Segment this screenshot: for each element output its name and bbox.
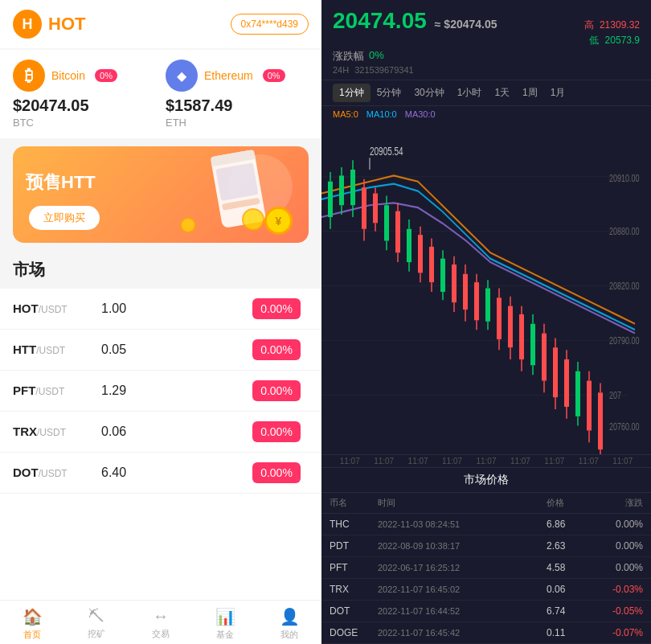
table-price: 6.74 [547,605,595,617]
table-row[interactable]: DOT 2022-11-07 16:44:52 6.74 -0.05% [321,601,651,622]
nav-item-交易[interactable]: ↔ 交易 [129,607,193,641]
eth-price: $1587.49 [166,96,309,115]
header-coin: 币名 [330,497,378,509]
change-val: 0% [369,49,384,64]
svg-text:207: 207 [609,389,621,400]
table-price: 2.63 [547,540,595,552]
btc-card-header: ₿ Bitcoin 0% [13,59,156,92]
svg-rect-64 [542,334,547,381]
svg-text:20790.00: 20790.00 [609,334,639,346]
time-tab-1周[interactable]: 1周 [516,84,544,102]
header-price: 价格 [547,497,595,509]
market-name-main: DOT [13,466,39,479]
market-name-main: HOT [13,301,39,315]
table-row[interactable]: DOGE 2022-11-07 16:45:42 0.11 -0.07% [321,622,651,644]
ma-row: MA5:0 MA10:0 MA30:0 [321,106,651,122]
market-title: 市场 [13,259,309,281]
low-label: 低 [589,35,599,46]
header-time: 时间 [378,497,547,509]
nav-label: 首页 [23,629,41,641]
change-badge: 0.00% [252,339,301,360]
svg-rect-46 [474,282,479,320]
svg-text:20880.00: 20880.00 [609,225,639,236]
nav-item-我的[interactable]: 👤 我的 [257,607,321,641]
svg-rect-70 [564,359,569,407]
market-name-sub: /USDT [39,304,68,315]
banner-title: 预售HTT [26,170,96,195]
svg-rect-5 [328,182,333,217]
market-item[interactable]: HTT/USDT 0.05 0.00% [0,330,321,371]
table-coin: DOGE [330,627,378,638]
logo-icon: H [13,10,42,39]
btc-symbol: BTC [13,117,156,129]
price-value: 20474.05 [333,8,427,34]
eth-name: Ethereum [204,69,253,82]
market-item[interactable]: DOT/USDT 6.40 0.00% [0,453,321,494]
time-axis-label: 11:07 [544,457,564,466]
market-name-sub: /USDT [36,345,65,356]
ma30-label: MA30:0 [405,109,436,119]
nav-icon: 🏠 [23,607,43,626]
table-time: 2022-11-03 08:24:51 [378,519,547,529]
nav-label: 我的 [280,629,298,641]
banner: 预售HTT 立即购买 ¥ [13,146,309,243]
time-tab-1分钟[interactable]: 1分钟 [333,84,371,102]
table-change: 0.00% [595,562,643,573]
market-price: 0.05 [101,343,244,357]
nav-icon: 📊 [215,607,235,626]
chart-svg: 20905.54 [321,122,651,454]
time-tab-30分钟[interactable]: 30分钟 [407,84,450,102]
time-tab-5分钟[interactable]: 5分钟 [371,84,408,102]
nav-item-挖矿[interactable]: ⛏ 挖矿 [64,607,129,641]
banner-decor-coin2 [242,208,264,231]
time-tab-1天[interactable]: 1天 [488,84,516,102]
market-table-section: 市场价格 币名 时间 价格 涨跌 THC 2022-11-03 08:24:51… [321,467,651,644]
table-coin: PDT [330,540,378,552]
volume-label: 24H [333,65,349,75]
market-table-title: 市场价格 [321,468,651,493]
table-row[interactable]: TRX 2022-11-07 16:45:02 0.06 -0.03% [321,579,651,601]
market-item[interactable]: TRX/USDT 0.06 0.00% [0,412,321,453]
wallet-address-badge[interactable]: 0x74****d439 [231,14,309,35]
change-badge: 0.00% [252,421,301,442]
svg-text:20905.54: 20905.54 [370,145,403,158]
btc-name: Bitcoin [51,69,85,82]
svg-rect-37 [440,259,445,292]
price-high: 高 21309.32 [584,18,640,32]
table-row[interactable]: PFT 2022-06-17 16:25:12 4.58 0.00% [321,557,651,579]
market-item[interactable]: PFT/USDT 1.29 0.00% [0,371,321,412]
btc-card[interactable]: ₿ Bitcoin 0% $20474.05 BTC [13,59,156,129]
nav-icon: ⛏ [88,607,104,626]
market-item[interactable]: HOT/USDT 1.00 0.00% [0,289,321,330]
chart-area: 20905.54 [321,122,651,454]
nav-item-首页[interactable]: 🏠 首页 [0,607,64,641]
svg-rect-43 [463,274,468,310]
time-tab-1月[interactable]: 1月 [544,84,572,102]
table-row[interactable]: THC 2022-11-03 08:24:51 6.86 0.00% [321,514,651,535]
market-change: 0.00% [244,298,309,319]
banner-buy-button[interactable]: 立即购买 [29,206,100,230]
market-name: HTT/USDT [13,343,101,357]
table-time: 2022-11-07 16:45:02 [378,585,547,594]
btc-change-badge: 0% [95,69,117,82]
price-main: 20474.05 ≈ $20474.05 [333,8,497,34]
time-tab-1小时[interactable]: 1小时 [451,84,489,102]
volume-row: 24H 321539679341 [333,65,640,75]
nav-item-基金[interactable]: 📊 基金 [193,607,257,641]
nav-icon: ↔ [153,607,169,626]
market-name: DOT/USDT [13,466,101,480]
eth-card[interactable]: ◆ Ethereum 0% $1587.49 ETH [166,59,309,129]
svg-rect-8 [339,175,344,205]
table-change: 0.00% [595,519,643,530]
header: H HOT 0x74****d439 [0,0,321,48]
table-row[interactable]: PDT 2022-08-09 10:38:17 2.63 0.00% [321,535,651,557]
svg-rect-31 [418,235,423,273]
svg-rect-16 [362,187,366,229]
high-label: 高 [584,19,594,31]
table-change: -0.05% [595,605,643,617]
market-table-header: 币名 时间 价格 涨跌 [321,493,651,514]
price-approx: ≈ $20474.05 [435,18,497,31]
time-axis-label: 11:07 [408,457,428,466]
market-price: 0.06 [101,425,244,439]
market-name-main: HTT [13,343,36,356]
